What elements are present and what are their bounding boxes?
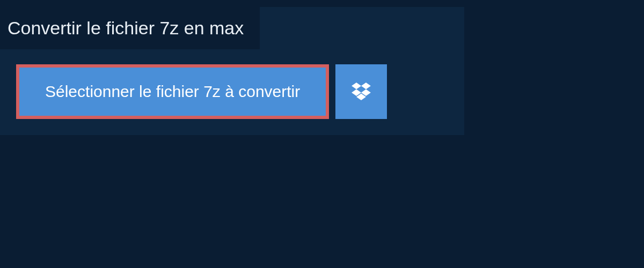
dropbox-icon — [352, 83, 371, 101]
title-tab: Convertir le fichier 7z en max — [0, 7, 260, 49]
select-file-button[interactable]: Sélectionner le fichier 7z à convertir — [16, 64, 329, 119]
converter-panel: Convertir le fichier 7z en max Sélection… — [0, 7, 464, 135]
select-file-label: Sélectionner le fichier 7z à convertir — [45, 83, 300, 101]
dropbox-button[interactable] — [335, 64, 387, 119]
button-row: Sélectionner le fichier 7z à convertir — [0, 49, 464, 135]
page-title: Convertir le fichier 7z en max — [8, 18, 244, 38]
